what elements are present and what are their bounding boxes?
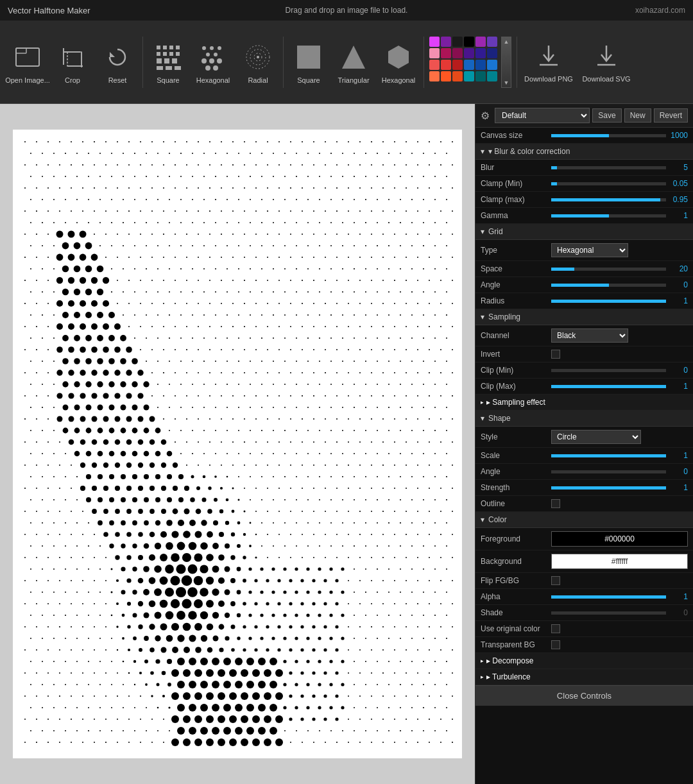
flip-fgbg-checkbox[interactable] <box>551 576 560 585</box>
turbulence-header[interactable]: ▸ ▸ Turbulence <box>475 669 693 685</box>
grid-type-select[interactable]: Hexagonal Square Radial <box>551 243 628 257</box>
reset-button[interactable]: Reset <box>95 27 140 98</box>
grid-radius-slider[interactable] <box>551 300 666 303</box>
svg-point-531 <box>42 291 43 293</box>
palette-color[interactable] <box>487 71 497 81</box>
palette-color[interactable] <box>452 60 463 70</box>
palette-color[interactable] <box>452 48 463 58</box>
style-select[interactable]: Circle Square Diamond Triangle Star <box>551 430 641 444</box>
palette-color[interactable] <box>464 60 474 70</box>
shade-slider[interactable] <box>551 611 666 615</box>
blur-slider[interactable] <box>551 166 666 169</box>
radial-button[interactable]: Radial <box>235 27 280 98</box>
preset-select[interactable]: Default <box>495 108 590 123</box>
palette-color[interactable] <box>475 60 486 70</box>
outline-checkbox[interactable] <box>551 499 560 508</box>
svg-point-1340 <box>290 534 291 535</box>
sampling-effect-header[interactable]: ▸ ▸ Sampling effect <box>475 395 693 411</box>
download-png-button[interactable]: Download PNG <box>520 27 578 98</box>
palette-color[interactable] <box>441 37 451 47</box>
transparent-bg-checkbox[interactable] <box>551 640 560 649</box>
palette-color[interactable] <box>452 37 463 47</box>
square-shape-button[interactable]: Square <box>286 27 331 98</box>
scale-slider[interactable] <box>551 454 666 457</box>
foreground-swatch[interactable]: #000000 <box>551 531 688 547</box>
svg-point-1839 <box>423 684 424 685</box>
svg-point-196 <box>71 187 72 189</box>
svg-point-1279 <box>452 511 453 512</box>
svg-point-1916 <box>446 707 447 708</box>
clip-max-slider[interactable] <box>551 385 666 388</box>
svg-point-245 <box>203 199 205 200</box>
svg-point-1589 <box>133 613 137 618</box>
svg-point-1119 <box>336 464 338 466</box>
palette-scroll[interactable]: ▲ ▼ <box>501 37 511 88</box>
open-image-button[interactable]: Open Image... <box>5 27 50 98</box>
palette-color[interactable] <box>429 37 440 47</box>
svg-point-1081 <box>330 453 332 454</box>
palette-color[interactable] <box>464 37 474 47</box>
palette-color[interactable] <box>487 37 497 47</box>
palette-color[interactable] <box>429 71 440 81</box>
palette-color[interactable] <box>452 71 463 81</box>
grid-space-slider[interactable] <box>551 268 666 271</box>
palette-color[interactable] <box>475 71 486 81</box>
site-link[interactable]: xoihazard.com <box>635 6 685 15</box>
svg-point-1094 <box>47 464 49 466</box>
save-button[interactable]: Save <box>592 108 621 123</box>
gamma-slider[interactable] <box>551 214 666 217</box>
grid-section-header[interactable]: ▾ Grid <box>475 224 693 240</box>
hex-dot-button[interactable]: Hexagonal <box>191 27 235 98</box>
palette-color[interactable] <box>464 48 474 58</box>
clamp-min-slider[interactable] <box>551 182 666 185</box>
palette-color[interactable] <box>464 71 474 81</box>
sampling-section-header[interactable]: ▾ Sampling <box>475 309 693 325</box>
blur-section-header[interactable]: ▾ ▾ Blur & color correction <box>475 144 693 160</box>
alpha-slider[interactable] <box>551 595 666 599</box>
background-swatch[interactable]: #ffffff <box>551 554 688 569</box>
svg-point-1686 <box>388 638 389 639</box>
svg-point-71 <box>359 141 361 142</box>
invert-checkbox[interactable] <box>551 350 560 359</box>
svg-point-1968 <box>177 727 185 735</box>
use-original-checkbox[interactable] <box>551 624 560 633</box>
strength-slider[interactable] <box>551 486 666 490</box>
clip-min-slider[interactable] <box>551 369 666 372</box>
svg-point-1486 <box>243 579 246 583</box>
svg-point-403 <box>296 245 297 246</box>
gear-icon[interactable]: ⚙ <box>481 110 490 122</box>
palette-color[interactable] <box>441 71 451 81</box>
palette-color[interactable] <box>475 48 486 58</box>
color-section-header[interactable]: ▾ Color <box>475 512 693 528</box>
channel-select[interactable]: Black Red Green Blue Alpha Luminance <box>551 328 628 343</box>
svg-point-556 <box>330 291 332 293</box>
svg-point-983 <box>63 428 69 434</box>
palette-color[interactable] <box>429 60 440 70</box>
canvas-area[interactable] <box>0 104 475 784</box>
triangular-shape-button[interactable]: Triangular <box>331 27 376 98</box>
square-dot-button[interactable]: Square <box>146 27 191 98</box>
svg-marker-38 <box>388 46 409 69</box>
grid-angle-slider[interactable] <box>551 284 666 287</box>
palette-color[interactable] <box>487 60 497 70</box>
clamp-max-slider[interactable] <box>551 198 666 201</box>
canvas-size-slider[interactable] <box>551 134 666 137</box>
shape-angle-slider[interactable] <box>551 470 666 473</box>
shape-section-header[interactable]: ▾ Shape <box>475 411 693 427</box>
svg-point-849 <box>250 384 251 385</box>
svg-point-1958 <box>65 730 66 731</box>
revert-button[interactable]: Revert <box>654 108 688 123</box>
palette-color[interactable] <box>475 37 486 47</box>
download-svg-button[interactable]: Download SVG <box>578 27 635 98</box>
sampling-effect-arrow: ▸ <box>481 399 484 405</box>
new-button[interactable]: New <box>624 108 651 123</box>
close-controls-button[interactable]: Close Controls <box>475 685 693 706</box>
hexagonal-shape-button[interactable]: Hexagonal <box>376 27 421 98</box>
decompose-header[interactable]: ▸ ▸ Decompose <box>475 653 693 669</box>
palette-color[interactable] <box>429 48 440 58</box>
palette-color[interactable] <box>441 48 451 58</box>
palette-color[interactable] <box>441 60 451 70</box>
palette-color[interactable] <box>487 48 497 58</box>
crop-button[interactable]: Crop <box>50 27 95 98</box>
svg-point-846 <box>215 384 216 385</box>
